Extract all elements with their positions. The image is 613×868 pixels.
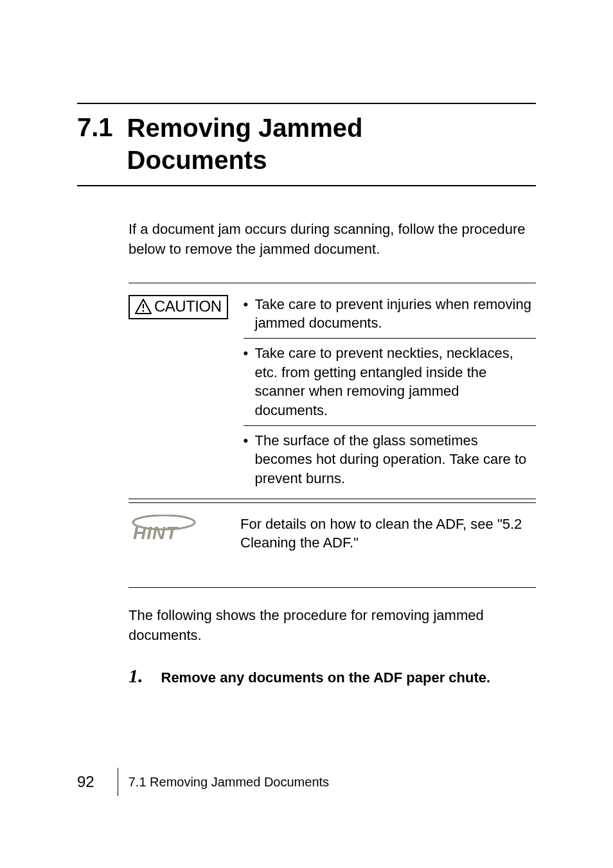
footer-divider: [118, 768, 118, 796]
caution-item: •The surface of the glass sometimes beco…: [244, 425, 537, 499]
section-title: Removing Jammed Documents: [127, 112, 363, 176]
caution-badge: CAUTION: [129, 295, 228, 319]
hint-bottom-rule: [129, 587, 536, 588]
intro-paragraph: If a document jam occurs during scanning…: [129, 220, 536, 260]
step-number: 1.: [129, 665, 143, 687]
section-bottom-rule: [77, 185, 536, 186]
followup-paragraph: The following shows the procedure for re…: [129, 606, 536, 646]
caution-item-text: Take care to prevent neckties, necklaces…: [255, 345, 513, 418]
footer-page-number: 92: [77, 773, 107, 791]
caution-triangle-icon: [135, 299, 152, 314]
hint-text: For details on how to clean the ADF, see…: [240, 515, 536, 587]
svg-point-1: [143, 310, 145, 312]
section-title-line1: Removing Jammed: [127, 114, 363, 142]
section-number: 7.1: [77, 112, 113, 143]
step-text: Remove any documents on the ADF paper ch…: [161, 669, 491, 686]
section-top-rule: [77, 103, 536, 104]
caution-item: •Take care to prevent neckties, necklace…: [244, 338, 537, 425]
caution-item: •Take care to prevent injuries when remo…: [244, 295, 537, 338]
page-footer: 92 7.1 Removing Jammed Documents: [77, 768, 329, 796]
caution-item-text: Take care to prevent injuries when remov…: [255, 296, 531, 332]
section-title-line2: Documents: [127, 146, 267, 174]
caution-list: •Take care to prevent injuries when remo…: [244, 295, 537, 499]
section-heading: 7.1 Removing Jammed Documents: [77, 112, 536, 176]
footer-breadcrumb: 7.1 Removing Jammed Documents: [129, 775, 329, 790]
page-content: 7.1 Removing Jammed Documents If a docum…: [0, 0, 613, 687]
hint-callout: HINT For details on how to clean the ADF…: [129, 502, 536, 587]
svg-text:HINT: HINT: [133, 523, 179, 543]
caution-label: CAUTION: [154, 297, 222, 315]
hint-badge: HINT: [129, 515, 225, 547]
step-1: 1. Remove any documents on the ADF paper…: [129, 665, 536, 687]
caution-callout: CAUTION •Take care to prevent injuries w…: [129, 283, 536, 499]
caution-item-text: The surface of the glass sometimes becom…: [255, 432, 527, 486]
hint-icon: HINT: [129, 515, 199, 544]
